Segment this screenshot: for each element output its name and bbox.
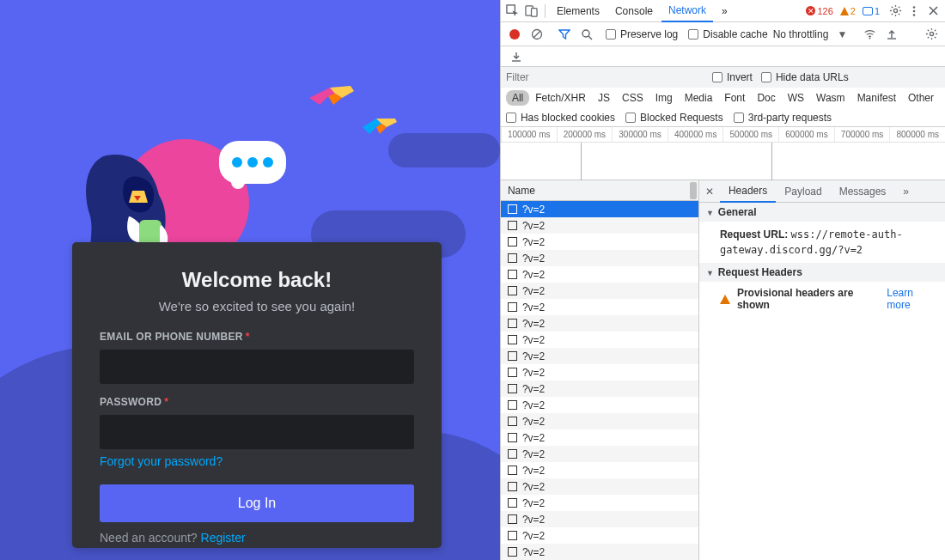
request-row[interactable]: ?v=2 bbox=[501, 364, 698, 380]
websocket-icon bbox=[508, 351, 517, 361]
request-row[interactable]: ?v=2 bbox=[501, 446, 698, 462]
learn-more-link[interactable]: Learn more bbox=[887, 287, 936, 311]
request-row[interactable]: ?v=2 bbox=[501, 527, 698, 544]
request-row[interactable]: ?v=2 bbox=[501, 413, 698, 429]
request-row[interactable]: ?v=2 bbox=[501, 495, 698, 511]
tab-detail-more[interactable]: » bbox=[894, 180, 918, 203]
disable-cache-checkbox[interactable]: Disable cache bbox=[688, 28, 767, 40]
gear-icon[interactable] bbox=[923, 26, 940, 43]
request-row[interactable]: ?v=2 bbox=[501, 348, 698, 364]
type-chip-all[interactable]: All bbox=[506, 90, 529, 106]
upload-har-icon[interactable] bbox=[883, 26, 900, 43]
timeline-overview[interactable]: 100000 ms200000 ms300000 ms400000 ms5000… bbox=[501, 127, 945, 180]
scrollbar-hint[interactable] bbox=[690, 182, 697, 199]
network-conditions-icon[interactable] bbox=[861, 26, 878, 43]
filter-input[interactable] bbox=[506, 70, 704, 84]
request-headers-section-header[interactable]: Request Headers bbox=[699, 263, 945, 282]
request-row[interactable]: ?v=2 bbox=[501, 299, 698, 315]
request-list: Name ?v=2?v=2?v=2?v=2?v=2?v=2?v=2?v=2?v=… bbox=[501, 180, 698, 560]
request-row[interactable]: ?v=2 bbox=[501, 234, 698, 250]
request-row[interactable]: ?v=2 bbox=[501, 250, 698, 266]
request-name: ?v=2 bbox=[522, 448, 545, 460]
type-chip-fetchxhr[interactable]: Fetch/XHR bbox=[529, 90, 592, 106]
warning-icon bbox=[720, 295, 730, 304]
request-row[interactable]: ?v=2 bbox=[501, 544, 698, 560]
card-subtitle: We're so excited to see you again! bbox=[100, 299, 414, 313]
forgot-password-link[interactable]: Forgot your password? bbox=[100, 454, 223, 468]
type-chip-font[interactable]: Font bbox=[718, 90, 751, 106]
websocket-icon bbox=[508, 286, 517, 295]
warning-count-badge[interactable]: 2 bbox=[840, 6, 856, 16]
websocket-icon bbox=[508, 433, 517, 442]
general-section-header[interactable]: General bbox=[699, 203, 945, 222]
error-count-badge[interactable]: ✕126 bbox=[806, 6, 832, 16]
gear-icon[interactable] bbox=[887, 3, 904, 20]
password-input[interactable] bbox=[100, 415, 414, 449]
websocket-icon bbox=[508, 253, 517, 263]
svg-point-7 bbox=[913, 14, 916, 16]
request-row[interactable]: ?v=2 bbox=[501, 217, 698, 234]
record-icon[interactable] bbox=[506, 26, 523, 43]
request-row[interactable]: ?v=2 bbox=[501, 332, 698, 348]
type-chip-manifest[interactable]: Manifest bbox=[851, 90, 902, 106]
clear-icon[interactable] bbox=[528, 26, 546, 43]
request-row[interactable]: ?v=2 bbox=[501, 266, 698, 283]
filter-icon[interactable] bbox=[556, 26, 573, 43]
search-icon[interactable] bbox=[578, 26, 595, 43]
svg-rect-3 bbox=[532, 9, 538, 16]
type-chip-js[interactable]: JS bbox=[592, 90, 616, 106]
request-row[interactable]: ?v=2 bbox=[501, 315, 698, 332]
info-count-badge[interactable]: 1 bbox=[863, 6, 880, 16]
type-chip-ws[interactable]: WS bbox=[782, 90, 810, 106]
third-party-checkbox[interactable]: 3rd-party requests bbox=[734, 112, 832, 124]
tab-elements[interactable]: Elements bbox=[550, 0, 607, 22]
preserve-log-checkbox[interactable]: Preserve log bbox=[606, 28, 678, 40]
tab-console[interactable]: Console bbox=[608, 0, 660, 22]
blocked-requests-checkbox[interactable]: Blocked Requests bbox=[625, 112, 723, 124]
request-row[interactable]: ?v=2 bbox=[501, 397, 698, 413]
request-name: ?v=2 bbox=[522, 367, 545, 379]
type-chip-doc[interactable]: Doc bbox=[751, 90, 781, 106]
inspect-element-icon[interactable] bbox=[504, 3, 521, 20]
login-button[interactable]: Log In bbox=[100, 484, 414, 522]
request-row[interactable]: ?v=2 bbox=[501, 462, 698, 478]
device-toggle-icon[interactable] bbox=[523, 3, 540, 20]
close-icon[interactable] bbox=[924, 3, 942, 20]
download-har-icon[interactable] bbox=[508, 48, 525, 65]
request-row[interactable]: ?v=2 bbox=[501, 283, 698, 299]
type-chip-media[interactable]: Media bbox=[679, 90, 719, 106]
tab-messages[interactable]: Messages bbox=[831, 180, 895, 203]
tab-payload[interactable]: Payload bbox=[776, 180, 830, 203]
request-name: ?v=2 bbox=[522, 220, 545, 232]
timeline-tick: 800000 ms bbox=[889, 127, 945, 142]
filter-row: Invert Hide data URLs bbox=[501, 67, 945, 88]
type-chip-css[interactable]: CSS bbox=[616, 90, 649, 106]
type-chip-wasm[interactable]: Wasm bbox=[810, 90, 851, 106]
request-name: ?v=2 bbox=[522, 416, 545, 428]
request-name: ?v=2 bbox=[522, 546, 545, 558]
request-row[interactable]: ?v=2 bbox=[501, 429, 698, 446]
download-har-row bbox=[501, 46, 945, 67]
close-detail-icon[interactable]: ✕ bbox=[699, 186, 720, 198]
tab-more[interactable]: » bbox=[715, 0, 735, 22]
invert-checkbox[interactable]: Invert bbox=[712, 71, 753, 83]
request-name: ?v=2 bbox=[522, 269, 545, 281]
tab-headers[interactable]: Headers bbox=[720, 180, 776, 203]
hide-data-urls-checkbox[interactable]: Hide data URLs bbox=[761, 71, 849, 83]
request-row[interactable]: ?v=2 bbox=[501, 511, 698, 527]
tab-network[interactable]: Network bbox=[662, 0, 713, 22]
blocked-cookies-checkbox[interactable]: Has blocked cookies bbox=[506, 112, 615, 124]
request-list-header[interactable]: Name bbox=[501, 180, 698, 201]
kebab-menu-icon[interactable] bbox=[905, 3, 923, 20]
email-input[interactable] bbox=[100, 350, 414, 384]
timeline-tick: 400000 ms bbox=[668, 127, 723, 142]
type-chip-other[interactable]: Other bbox=[902, 90, 940, 106]
extra-filters-row: Has blocked cookies Blocked Requests 3rd… bbox=[501, 108, 945, 127]
register-link[interactable]: Register bbox=[201, 531, 246, 545]
chevron-down-icon[interactable]: ▼ bbox=[833, 26, 850, 43]
request-row[interactable]: ?v=2 bbox=[501, 478, 698, 495]
request-row[interactable]: ?v=2 bbox=[501, 201, 698, 217]
request-row[interactable]: ?v=2 bbox=[501, 380, 698, 397]
throttling-select[interactable]: No throttling bbox=[773, 28, 829, 40]
type-chip-img[interactable]: Img bbox=[649, 90, 679, 106]
